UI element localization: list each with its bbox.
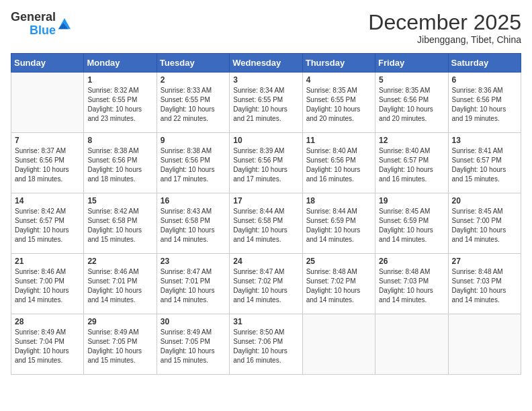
day-number: 30 [161, 317, 226, 326]
day-info: Sunrise: 8:45 AMSunset: 6:59 PMDaylight:… [379, 207, 444, 244]
day-number: 15 [87, 196, 152, 205]
calendar-cell: 1Sunrise: 8:32 AMSunset: 6:55 PMDaylight… [84, 73, 157, 133]
weekday-header-wednesday: Wednesday [230, 54, 302, 73]
calendar-cell: 30Sunrise: 8:49 AMSunset: 7:05 PMDayligh… [157, 314, 229, 375]
day-info: Sunrise: 8:38 AMSunset: 6:56 PMDaylight:… [87, 146, 152, 184]
page-header: General Blue December 2025 Jibenggang, T… [11, 11, 521, 45]
calendar-cell [302, 314, 375, 375]
day-info: Sunrise: 8:50 AMSunset: 7:06 PMDaylight:… [233, 328, 298, 365]
day-info: Sunrise: 8:40 AMSunset: 6:57 PMDaylight:… [379, 146, 444, 184]
day-number: 21 [15, 257, 80, 266]
calendar-cell: 19Sunrise: 8:45 AMSunset: 6:59 PMDayligh… [375, 193, 448, 254]
month-title: December 2025 [368, 11, 521, 34]
day-number: 1 [87, 75, 152, 85]
calendar-cell: 13Sunrise: 8:41 AMSunset: 6:57 PMDayligh… [448, 133, 521, 193]
day-number: 26 [379, 257, 444, 266]
calendar-week-3: 21Sunrise: 8:46 AMSunset: 7:00 PMDayligh… [11, 254, 521, 314]
day-number: 3 [233, 75, 298, 85]
weekday-header-row: SundayMondayTuesdayWednesdayThursdayFrid… [11, 54, 521, 73]
day-number: 4 [306, 75, 371, 85]
calendar-cell: 26Sunrise: 8:48 AMSunset: 7:03 PMDayligh… [375, 254, 448, 314]
location-title: Jibenggang, Tibet, China [368, 34, 521, 45]
weekday-header-monday: Monday [84, 54, 157, 73]
day-info: Sunrise: 8:38 AMSunset: 6:56 PMDaylight:… [161, 146, 226, 184]
calendar-cell: 31Sunrise: 8:50 AMSunset: 7:06 PMDayligh… [230, 314, 302, 375]
calendar-cell: 17Sunrise: 8:44 AMSunset: 6:58 PMDayligh… [230, 193, 302, 254]
calendar-cell: 29Sunrise: 8:49 AMSunset: 7:05 PMDayligh… [84, 314, 157, 375]
day-number: 6 [452, 75, 517, 85]
calendar-week-2: 14Sunrise: 8:42 AMSunset: 6:57 PMDayligh… [11, 193, 521, 254]
day-number: 22 [87, 257, 152, 266]
day-info: Sunrise: 8:42 AMSunset: 6:58 PMDaylight:… [87, 207, 152, 244]
day-number: 9 [161, 136, 226, 145]
calendar-cell: 11Sunrise: 8:40 AMSunset: 6:56 PMDayligh… [302, 133, 375, 193]
day-number: 7 [15, 136, 80, 145]
day-info: Sunrise: 8:35 AMSunset: 6:56 PMDaylight:… [379, 86, 444, 124]
day-number: 12 [379, 136, 444, 145]
day-info: Sunrise: 8:42 AMSunset: 6:57 PMDaylight:… [15, 207, 80, 244]
calendar-cell: 20Sunrise: 8:45 AMSunset: 7:00 PMDayligh… [448, 193, 521, 254]
calendar-cell: 8Sunrise: 8:38 AMSunset: 6:56 PMDaylight… [84, 133, 157, 193]
day-number: 20 [452, 196, 517, 205]
day-info: Sunrise: 8:43 AMSunset: 6:58 PMDaylight:… [161, 207, 226, 244]
calendar-cell: 28Sunrise: 8:49 AMSunset: 7:04 PMDayligh… [11, 314, 84, 375]
day-number: 8 [87, 136, 152, 145]
day-info: Sunrise: 8:35 AMSunset: 6:55 PMDaylight:… [306, 86, 371, 124]
day-number: 25 [306, 257, 371, 266]
calendar-cell: 9Sunrise: 8:38 AMSunset: 6:56 PMDaylight… [157, 133, 229, 193]
weekday-header-saturday: Saturday [448, 54, 521, 73]
calendar-cell: 4Sunrise: 8:35 AMSunset: 6:55 PMDaylight… [302, 73, 375, 133]
weekday-header-friday: Friday [375, 54, 448, 73]
calendar-cell: 10Sunrise: 8:39 AMSunset: 6:56 PMDayligh… [230, 133, 302, 193]
day-info: Sunrise: 8:41 AMSunset: 6:57 PMDaylight:… [452, 146, 517, 184]
day-number: 17 [233, 196, 298, 205]
day-number: 2 [161, 75, 226, 85]
day-number: 24 [233, 257, 298, 266]
day-info: Sunrise: 8:49 AMSunset: 7:04 PMDaylight:… [15, 328, 80, 365]
day-number: 10 [233, 136, 298, 145]
day-info: Sunrise: 8:47 AMSunset: 7:01 PMDaylight:… [161, 267, 226, 305]
day-info: Sunrise: 8:48 AMSunset: 7:03 PMDaylight:… [379, 267, 444, 305]
calendar-cell [11, 73, 84, 133]
calendar-cell: 25Sunrise: 8:48 AMSunset: 7:02 PMDayligh… [302, 254, 375, 314]
weekday-header-thursday: Thursday [302, 54, 375, 73]
day-info: Sunrise: 8:44 AMSunset: 6:59 PMDaylight:… [306, 207, 371, 244]
calendar-cell: 18Sunrise: 8:44 AMSunset: 6:59 PMDayligh… [302, 193, 375, 254]
calendar-cell: 27Sunrise: 8:48 AMSunset: 7:03 PMDayligh… [448, 254, 521, 314]
day-info: Sunrise: 8:33 AMSunset: 6:55 PMDaylight:… [161, 86, 226, 124]
calendar-cell: 23Sunrise: 8:47 AMSunset: 7:01 PMDayligh… [157, 254, 229, 314]
day-number: 13 [452, 136, 517, 145]
logo: General Blue [11, 11, 71, 38]
day-number: 14 [15, 196, 80, 205]
day-info: Sunrise: 8:39 AMSunset: 6:56 PMDaylight:… [233, 146, 298, 184]
calendar-cell [375, 314, 448, 375]
day-info: Sunrise: 8:48 AMSunset: 7:02 PMDaylight:… [306, 267, 371, 305]
day-info: Sunrise: 8:44 AMSunset: 6:58 PMDaylight:… [233, 207, 298, 244]
calendar-cell: 2Sunrise: 8:33 AMSunset: 6:55 PMDaylight… [157, 73, 229, 133]
day-info: Sunrise: 8:34 AMSunset: 6:55 PMDaylight:… [233, 86, 298, 124]
day-number: 28 [15, 317, 80, 326]
day-info: Sunrise: 8:36 AMSunset: 6:56 PMDaylight:… [452, 86, 517, 124]
day-info: Sunrise: 8:45 AMSunset: 7:00 PMDaylight:… [452, 207, 517, 244]
logo-icon [58, 18, 71, 30]
day-number: 23 [161, 257, 226, 266]
calendar-cell: 24Sunrise: 8:47 AMSunset: 7:02 PMDayligh… [230, 254, 302, 314]
day-info: Sunrise: 8:49 AMSunset: 7:05 PMDaylight:… [87, 328, 152, 365]
calendar-cell: 6Sunrise: 8:36 AMSunset: 6:56 PMDaylight… [448, 73, 521, 133]
day-info: Sunrise: 8:49 AMSunset: 7:05 PMDaylight:… [161, 328, 226, 365]
day-number: 19 [379, 196, 444, 205]
calendar-cell: 16Sunrise: 8:43 AMSunset: 6:58 PMDayligh… [157, 193, 229, 254]
calendar-cell: 7Sunrise: 8:37 AMSunset: 6:56 PMDaylight… [11, 133, 84, 193]
day-info: Sunrise: 8:48 AMSunset: 7:03 PMDaylight:… [452, 267, 517, 305]
calendar-cell [448, 314, 521, 375]
day-info: Sunrise: 8:47 AMSunset: 7:02 PMDaylight:… [233, 267, 298, 305]
day-number: 5 [379, 75, 444, 85]
logo-blue-text: Blue [30, 24, 56, 38]
logo-general-text: General [11, 11, 56, 24]
day-number: 27 [452, 257, 517, 266]
day-info: Sunrise: 8:46 AMSunset: 7:01 PMDaylight:… [87, 267, 152, 305]
day-info: Sunrise: 8:40 AMSunset: 6:56 PMDaylight:… [306, 146, 371, 184]
day-number: 31 [233, 317, 298, 326]
day-number: 16 [161, 196, 226, 205]
calendar-table: SundayMondayTuesdayWednesdayThursdayFrid… [11, 53, 521, 375]
